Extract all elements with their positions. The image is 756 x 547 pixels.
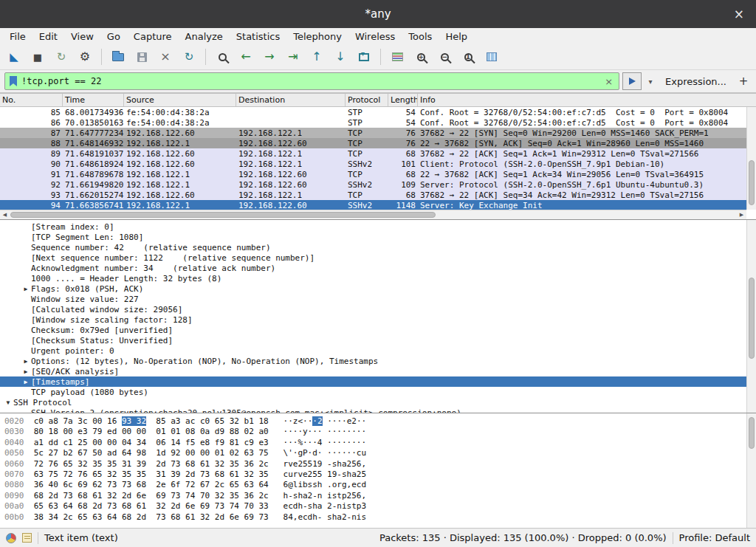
hex-vscrollbar[interactable] [746,413,756,528]
go-to-packet-button[interactable]: ⇥ [282,47,304,67]
detail-line[interactable]: [Next sequence number: 1122 (relative se… [0,252,746,263]
hex-row[interactable]: 0070 63 75 72 76 65 32 35 35 31 39 2d 73… [4,469,746,480]
menu-capture[interactable]: Capture [127,30,179,44]
expander-collapsed-icon[interactable]: ▶ [21,286,31,292]
display-filter-input[interactable]: !tcp.port == 22 × [4,72,619,90]
open-file-button[interactable] [107,47,129,67]
zoom-out-button[interactable]: − [433,47,456,67]
hex-row[interactable]: 0060 72 76 65 32 35 35 31 39 2d 73 68 61… [4,459,746,469]
packet-row[interactable]: 9271.661949820192.168.122.1192.168.122.6… [0,179,746,190]
scrollbar-thumb[interactable] [749,278,755,359]
scrollbar-thumb[interactable] [749,417,755,449]
packet-row[interactable]: 8670.013850163fe:54:00:d4:38:2aSTP54Conf… [0,117,746,128]
filter-apply-button[interactable] [622,72,642,90]
menu-analyze[interactable]: Analyze [179,30,230,44]
expander-collapsed-icon[interactable]: ▶ [21,379,31,385]
detail-line[interactable]: ▶Flags: 0x018 (PSH, ACK) [0,283,746,294]
detail-line[interactable]: TCP payload (1080 bytes) [0,387,746,397]
menu-help[interactable]: Help [439,30,474,44]
column-header-source[interactable]: Source [124,94,236,106]
packet-row[interactable]: 8771.647777234192.168.122.60192.168.122.… [0,128,746,138]
hex-row[interactable]: 00a0 65 63 64 68 2d 73 68 61 32 2d 6e 69… [4,501,746,512]
capture-options-button[interactable]: ⚙ [74,47,96,67]
find-packet-button[interactable] [211,47,233,67]
hex-row[interactable]: 0080 36 40 6c 69 62 73 73 68 2e 6f 72 67… [4,480,746,490]
hex-row[interactable]: 0030 80 18 00 e3 79 ed 00 00 01 01 08 0a… [4,427,746,437]
detail-line[interactable]: SSH Version 2 (encryption:chacha20-poly1… [0,407,746,413]
packet-row[interactable]: 8568.001734936fe:54:00:d4:38:2aSTP54Conf… [0,107,746,117]
detail-line[interactable]: [Stream index: 0] [0,221,746,232]
menu-statistics[interactable]: Statistics [230,30,286,44]
close-window-icon[interactable]: × [728,0,750,28]
filter-clear-icon[interactable]: × [603,76,614,87]
autoscroll-button[interactable] [353,47,375,67]
hex-row[interactable]: 0090 68 2d 73 68 61 32 2d 6e 69 73 74 70… [4,491,746,501]
start-capture-button[interactable]: ◣ [3,47,25,67]
detail-line[interactable]: ▶Options: (12 bytes), No-Operation (NOP)… [0,356,746,366]
scrollbar-thumb[interactable] [10,212,436,218]
column-header-protocol[interactable]: Protocol [346,94,388,106]
hex-row[interactable]: 0040 a1 dd c1 25 00 00 04 34 06 14 f5 e8… [4,438,746,448]
detail-line[interactable]: ▼SSH Protocol [0,397,746,407]
detail-line[interactable]: Urgent pointer: 0 [0,345,746,356]
packet-list-vscrollbar[interactable] [746,107,756,210]
menu-view[interactable]: View [64,30,100,44]
titlebar[interactable]: *any × [0,0,756,28]
expander-expanded-icon[interactable]: ▼ [3,399,13,406]
hex-row[interactable]: 0050 5c 27 b2 67 50 ad 64 98 1d 92 00 00… [4,448,746,458]
menu-tools[interactable]: Tools [402,30,439,44]
detail-line[interactable]: ▶[SEQ/ACK analysis] [0,366,746,376]
restart-capture-button[interactable]: ↻ [50,47,72,67]
packet-row[interactable]: 9371.662015274192.168.122.60192.168.122.… [0,190,746,200]
save-file-button[interactable] [131,47,153,67]
statusbar-profile[interactable]: Profile: Default [679,532,750,543]
menu-go[interactable]: Go [100,30,127,44]
add-filter-button[interactable]: + [735,75,752,88]
stop-capture-button[interactable]: ■ [27,47,49,67]
detail-line[interactable]: Acknowledgment number: 34 (relative ack … [0,263,746,273]
scroll-right-icon[interactable]: ▶ [737,212,746,218]
close-file-button[interactable]: × [154,47,176,67]
packet-row[interactable]: 9471.663856741192.168.122.1192.168.122.6… [0,200,746,210]
packet-row[interactable]: 9171.648789678192.168.122.1192.168.122.6… [0,169,746,179]
scroll-left-icon[interactable]: ◀ [0,212,10,218]
resize-columns-button[interactable] [481,47,503,67]
hex-row[interactable]: 0020 c0 a8 7a 3c 00 16 93 32 85 a3 ac c0… [4,416,746,427]
zoom-100-button[interactable]: 1 [457,47,479,67]
reload-file-button[interactable]: ↻ [178,47,200,67]
column-header-info[interactable]: Info [418,94,756,106]
detail-line[interactable]: Checksum: 0x79ed [unverified] [0,325,746,335]
column-header-no[interactable]: No. [0,94,63,106]
go-first-button[interactable]: ↑ [306,47,328,67]
menu-edit[interactable]: Edit [32,30,64,44]
detail-line[interactable]: 1000 .... = Header Length: 32 bytes (8) [0,273,746,283]
filter-dropdown-button[interactable]: ▾ [645,72,656,90]
detail-line[interactable]: Window size value: 227 [0,294,746,304]
capture-comment-icon[interactable] [22,533,32,543]
packet-row[interactable]: 8871.648146932192.168.122.1192.168.122.6… [0,138,746,148]
colorize-button[interactable] [386,47,408,67]
zoom-in-button[interactable]: + [410,47,432,67]
menu-telephony[interactable]: Telephony [286,30,348,44]
packet-row[interactable]: 9071.648618924192.168.122.60192.168.122.… [0,159,746,169]
detail-line[interactable]: [TCP Segment Len: 1080] [0,232,746,242]
go-back-button[interactable]: ← [235,47,257,67]
detail-line[interactable]: [Calculated window size: 29056] [0,304,746,314]
hex-row[interactable]: 00b0 38 34 2c 65 63 64 68 2d 73 68 61 32… [4,512,746,523]
expander-collapsed-icon[interactable]: ▶ [21,358,31,365]
packet-list-hscrollbar[interactable]: ◀ ▶ [0,210,746,219]
go-last-button[interactable]: ↓ [329,47,351,67]
expression-button[interactable]: Expression... [659,76,732,87]
expander-collapsed-icon[interactable]: ▶ [21,368,31,375]
detail-line[interactable]: ▶[Timestamps] [0,376,746,387]
column-header-destination[interactable]: Destination [236,94,346,106]
filter-bookmark-icon[interactable] [10,76,17,86]
column-header-time[interactable]: Time [63,94,124,106]
expert-info-icon[interactable] [6,533,16,543]
detail-line[interactable]: Sequence number: 42 (relative sequence n… [0,242,746,252]
column-header-length[interactable]: Length [388,94,418,106]
detail-line[interactable]: [Checksum Status: Unverified] [0,335,746,345]
menu-wireless[interactable]: Wireless [348,30,402,44]
scrollbar-thumb[interactable] [749,160,755,205]
packet-row[interactable]: 8971.648191037192.168.122.60192.168.122.… [0,148,746,159]
